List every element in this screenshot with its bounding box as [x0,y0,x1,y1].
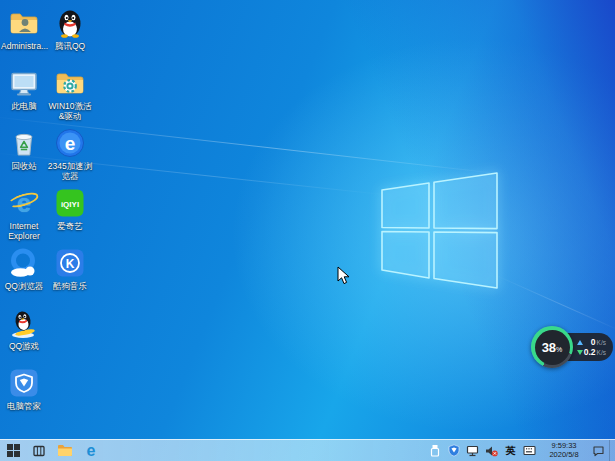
desktop-icon-win10-activation[interactable]: WIN10激活&驱动 [47,66,93,121]
ime-label: 英 [506,444,516,458]
action-center-icon [592,445,605,457]
desktop-icon-2345-browser[interactable]: e 2345加速浏览器 [47,126,93,181]
icon-label: WIN10激活&驱动 [47,101,93,121]
icon-label: 回收站 [1,161,47,171]
ime-language-indicator[interactable]: 英 [502,440,519,461]
network-tray-icon[interactable] [464,440,481,461]
icon-label: 电脑管家 [1,401,47,411]
action-center-button[interactable] [590,440,607,461]
download-arrow-icon [577,350,583,355]
desktop-icon-qq-games[interactable]: QQ游戏 [1,306,47,351]
this-pc-icon [7,66,41,100]
tencent-qq-icon [53,6,87,40]
upload-row: 0 K/s [577,338,606,347]
iqiyi-icon: iQIYI [53,186,87,220]
download-row: 0.2 K/s [577,348,606,357]
clock-date: 2020/5/8 [544,451,584,460]
edge-browser-button[interactable]: e [78,440,104,461]
download-value: 0.2 [584,348,596,357]
icon-label: QQ游戏 [1,341,47,351]
gauge-percent-symbol: % [556,346,562,353]
icon-label: QQ浏览器 [1,281,47,291]
desktop-icon-pc-manager[interactable]: 电脑管家 [1,366,47,411]
windows-start-icon [7,444,20,457]
icon-label: Administra... [1,41,47,51]
speed-monitor-widget[interactable]: 0 K/s 0.2 K/s 38 % [531,326,615,370]
qq-games-icon [7,306,41,340]
kugou-music-icon: K [53,246,87,280]
2345-glyph: e [65,133,76,154]
iqiyi-glyph: iQIYI [61,200,79,209]
show-desktop-button[interactable] [609,440,614,461]
file-explorer-button[interactable] [52,440,78,461]
touch-keyboard-tray-icon[interactable] [521,440,538,461]
desktop-icon-internet-explorer[interactable]: e Internet Explorer [1,186,47,241]
desktop-icon-qq-browser[interactable]: QQ浏览器 [1,246,47,291]
administrator-folder-icon [7,6,41,40]
desktop-icon-this-pc[interactable]: 此电脑 [1,66,47,111]
usb-device-tray-icon[interactable] [426,440,443,461]
volume-muted-tray-icon[interactable] [483,440,500,461]
win10-activation-folder-icon [53,66,87,100]
icon-label: 爱奇艺 [47,221,93,231]
download-unit: K/s [597,348,606,357]
file-explorer-icon [57,444,73,457]
desktop-icon-iqiyi[interactable]: iQIYI 爱奇艺 [47,186,93,231]
pc-manager-icon [7,366,41,400]
memory-usage-gauge[interactable]: 38 % [531,326,573,368]
internet-explorer-icon: e [7,186,41,220]
desktop-icon-tencent-qq[interactable]: 腾讯QQ [47,6,93,51]
upload-unit: K/s [597,338,606,347]
edge-icon: e [87,443,96,459]
desktop-icon-kugou-music[interactable]: K 酷狗音乐 [47,246,93,291]
windows-logo [380,170,499,290]
task-view-button[interactable] [26,440,52,461]
upload-arrow-icon [577,340,583,345]
taskbar: e [0,439,615,461]
system-tray: 英 9:59:33 2020/5/8 [426,440,615,461]
icon-label: 2345加速浏览器 [47,161,93,181]
gauge-percent: 38 [542,340,556,355]
recycle-bin-icon [7,126,41,160]
icon-label: 腾讯QQ [47,41,93,51]
start-button[interactable] [0,440,26,461]
pc-manager-tray-icon[interactable] [445,440,462,461]
taskbar-clock[interactable]: 9:59:33 2020/5/8 [540,442,588,459]
mouse-cursor [337,266,350,285]
upload-value: 0 [591,338,596,347]
task-view-icon [32,445,46,457]
icon-label: 此电脑 [1,101,47,111]
icon-label: 酷狗音乐 [47,281,93,291]
2345-browser-icon: e [53,126,87,160]
gauge-face: 38 % [535,330,570,365]
qq-browser-icon [7,246,41,280]
desktop-icon-administrator[interactable]: Administra... [1,6,47,51]
kugou-glyph: K [66,257,75,271]
desktop-icon-recycle-bin[interactable]: 回收站 [1,126,47,171]
icon-label: Internet Explorer [1,221,47,241]
